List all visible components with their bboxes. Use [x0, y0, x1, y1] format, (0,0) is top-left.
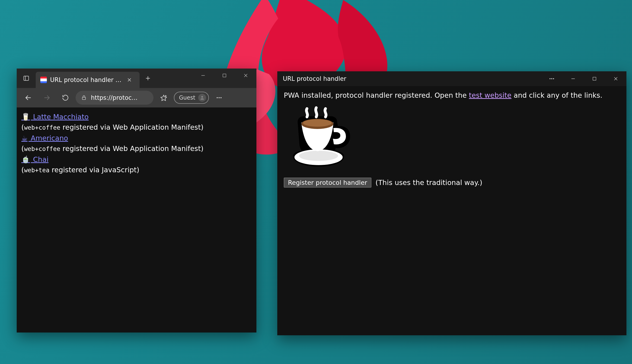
- person-icon: [200, 95, 205, 100]
- svg-point-22: [553, 78, 554, 79]
- link-americano[interactable]: ☕ Americano: [21, 134, 68, 142]
- maximize-button[interactable]: [214, 68, 235, 82]
- register-row: Register protocol handler (This uses the…: [284, 178, 620, 188]
- proto-code: web+tea: [24, 167, 50, 174]
- browser-tab[interactable]: URL protocol handler links: [36, 72, 140, 88]
- coffee-cup-icon: [284, 106, 353, 171]
- minimize-button[interactable]: [192, 68, 214, 82]
- link-note: (web+coffee registered via Web Applicati…: [21, 144, 203, 152]
- lock-icon: [81, 95, 87, 100]
- maximize-icon: [222, 73, 227, 78]
- overflow-menu-button[interactable]: [211, 90, 228, 106]
- plus-icon: [145, 75, 151, 81]
- tab-title: URL protocol handler links: [50, 76, 121, 83]
- link-text: Americano: [29, 134, 68, 142]
- svg-rect-24: [593, 77, 596, 80]
- tab-close-button[interactable]: [125, 75, 134, 84]
- address-bar[interactable]: https://protoc...: [76, 91, 153, 105]
- coffee-icon: ☕: [21, 134, 28, 142]
- svg-point-16: [201, 96, 203, 98]
- refresh-button[interactable]: [57, 90, 74, 106]
- tab-favicon: [40, 77, 47, 83]
- link-entry: 🍵 Chai (web+tea registered via JavaScrip…: [21, 154, 252, 175]
- new-tab-button[interactable]: [140, 68, 156, 88]
- milk-icon: 🥛: [21, 113, 30, 121]
- pwa-menu-button[interactable]: [541, 71, 562, 86]
- pwa-status-text: PWA installed, protocol handler register…: [284, 91, 620, 99]
- browser-toolbar: https://protoc... Guest: [17, 88, 256, 108]
- minimize-icon: [571, 76, 576, 81]
- link-note: (web+coffee registered via Web Applicati…: [21, 123, 203, 131]
- svg-point-17: [217, 97, 218, 98]
- pwa-body: PWA installed, protocol handler register…: [277, 86, 626, 335]
- refresh-icon: [62, 94, 69, 101]
- avatar-icon: [198, 94, 206, 102]
- close-window-button[interactable]: [605, 71, 626, 86]
- link-text: Latte Macchiato: [31, 113, 89, 121]
- profile-button[interactable]: Guest: [174, 92, 209, 104]
- tab-actions-button[interactable]: [17, 68, 36, 88]
- proto-code: web+coffee: [24, 124, 61, 131]
- maximize-icon: [592, 76, 597, 81]
- address-text: https://protoc...: [91, 94, 137, 101]
- svg-point-30: [303, 119, 332, 127]
- close-icon: [613, 76, 618, 81]
- browser-window: URL protocol handler links: [17, 68, 256, 332]
- minimize-button[interactable]: [562, 71, 584, 86]
- maximize-button[interactable]: [584, 71, 605, 86]
- forward-button[interactable]: [39, 90, 55, 106]
- profile-label: Guest: [179, 94, 195, 101]
- coffee-image: [284, 106, 353, 171]
- pwa-window: URL protocol handler PWA installed, prot…: [277, 71, 626, 335]
- svg-point-18: [219, 97, 220, 98]
- link-entry: ☕ Americano (web+coffee registered via W…: [21, 133, 252, 154]
- minimize-icon: [200, 73, 206, 78]
- arrow-right-icon: [43, 94, 51, 102]
- pwa-titlebar: URL protocol handler: [277, 71, 626, 86]
- svg-rect-0: [24, 76, 29, 80]
- favorites-button[interactable]: [155, 90, 172, 106]
- page-content: 🥛 Latte Macchiato (web+coffee registered…: [17, 108, 256, 332]
- back-button[interactable]: [20, 90, 37, 106]
- arrow-left-icon: [25, 94, 32, 102]
- test-website-link[interactable]: test website: [469, 91, 511, 99]
- close-icon: [127, 77, 132, 82]
- tab-panel-icon: [23, 75, 30, 82]
- tea-icon: 🍵: [21, 155, 30, 164]
- window-controls: [192, 68, 256, 88]
- link-note: (web+tea registered via JavaScript): [21, 166, 139, 174]
- pwa-title: URL protocol handler: [283, 75, 346, 82]
- link-latte[interactable]: 🥛 Latte Macchiato: [21, 113, 89, 121]
- pwa-window-controls: [541, 71, 626, 86]
- dots-horizontal-icon: [549, 76, 555, 82]
- link-entry: 🥛 Latte Macchiato (web+coffee registered…: [21, 112, 252, 132]
- star-plus-icon: [160, 94, 167, 101]
- register-note: (This uses the traditional way.): [376, 178, 483, 187]
- link-chai[interactable]: 🍵 Chai: [21, 155, 49, 164]
- svg-rect-12: [82, 97, 86, 100]
- dots-horizontal-icon: [216, 94, 222, 101]
- close-window-button[interactable]: [235, 68, 256, 82]
- close-icon: [243, 73, 248, 78]
- svg-point-20: [549, 78, 550, 79]
- proto-code: web+coffee: [24, 146, 61, 152]
- svg-point-28: [299, 151, 338, 161]
- svg-point-19: [220, 97, 222, 98]
- svg-rect-7: [223, 74, 226, 77]
- browser-titlebar: URL protocol handler links: [17, 68, 256, 88]
- svg-point-21: [551, 78, 552, 79]
- link-text: Chai: [31, 155, 49, 164]
- register-protocol-button[interactable]: Register protocol handler: [284, 178, 371, 188]
